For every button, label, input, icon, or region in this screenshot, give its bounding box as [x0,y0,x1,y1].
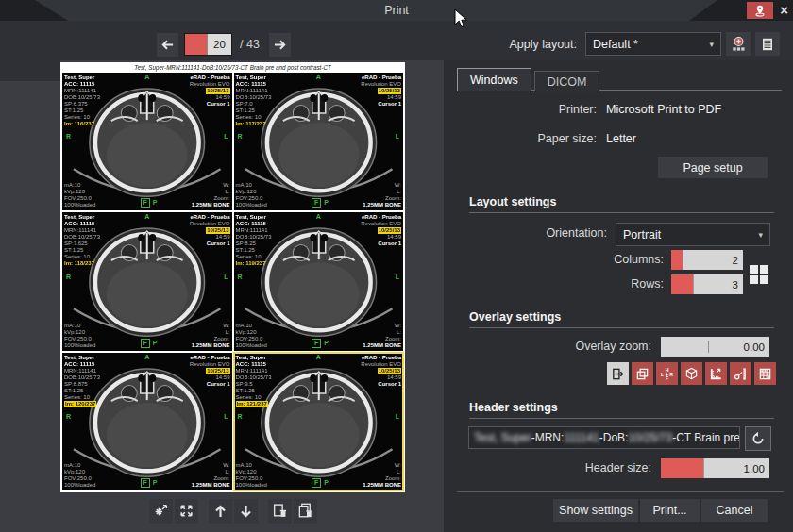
rows-spinner-fill[interactable] [671,274,694,294]
grid-overlay-toggle-button[interactable] [754,362,776,385]
title-bar: Print × [0,0,793,21]
annotations-toggle-button[interactable] [632,362,653,385]
orientation-fp-marker: F P [141,478,158,488]
orientation-f-marker: F [312,339,321,348]
expand-icon [178,503,194,519]
previous-page-button[interactable] [157,33,178,57]
preview-cell[interactable]: Test, Super ACC: 11115 MRN:111141 DOB:10… [234,353,404,490]
paper-size-value: Letter [606,132,636,145]
overlay-fov: FOV:250.0 [64,336,95,342]
overlay-accession: ACC: 11115 [236,221,272,227]
preview-page[interactable]: Test, Super-MRN:111141-DoB:10/25/73-CT B… [60,62,405,492]
preview-cell[interactable]: Test, Super ACC: 11115 MRN:111141 DOB:10… [234,212,404,350]
overlay-kvp: kVp:120 [236,469,267,475]
overlay-bottom-left: mA:10 kVp:120 FOV:250.0 100%loaded [64,182,95,208]
orientation-fp-marker: F P [312,198,329,208]
overlay-bottom-left: mA:10 kVp:120 FOV:250.0 100%loaded [236,462,267,489]
overlay-ma: mA:10 [64,462,95,469]
delete-all-pages-button[interactable] [294,499,317,524]
delete-page-button[interactable] [268,499,292,524]
header-size-spinner[interactable]: 1.00 [661,458,769,478]
overlay-loaded: 100%loaded [64,342,95,349]
overlay-facility: eRAD - Prueba [190,355,230,361]
move-page-down-button[interactable] [234,499,258,524]
overlay-mrn: MRN:111141 [64,368,100,374]
layout-settings-title: Layout settings [469,195,556,208]
overlay-preset: 1.25MM BONE [192,342,230,349]
page-setup-button[interactable]: Page setup [658,157,768,178]
rows-spinner[interactable]: 3 [671,274,743,294]
preview-cell[interactable]: Test, Super ACC: 11115 MRN:111141 DOB:10… [234,73,404,210]
overlay-bottom-right: W: L: Zoom: 1.25MM BONE [363,462,401,489]
header-size-spinner-fill[interactable] [661,458,704,478]
measurements-toggle-button[interactable] [730,362,751,385]
next-page-button[interactable] [269,33,291,57]
print-button[interactable]: Print... [640,499,700,522]
overlay-loaded: 100%loaded [64,202,95,208]
preview-cell[interactable]: Test, Super ACC: 11115 MRN:111141 DOB:10… [62,212,232,350]
overlay-slice-position: SP:8.25 [236,241,272,247]
overlay-cursor: Cursor 1 [361,381,401,388]
orientation-f-marker: F [141,478,150,488]
overlay-level: L: [192,189,230,195]
overlay-study-time: 14:59 [190,374,230,381]
preview-cell[interactable]: Test, Super ACC: 11115 MRN:111141 DOB:10… [62,353,232,490]
overlay-study-date: 10/25/13 [206,368,229,374]
overlay-study-date: 10/25/13 [378,368,401,374]
orientation-p-marker: P [153,340,158,347]
overlay-level: L: [363,329,401,336]
orientation-select[interactable]: Portrait ▾ [616,223,770,246]
overlay-visibility-toggle-button[interactable] [607,362,629,385]
overlay-ma: mA:10 [236,182,267,189]
columns-spinner[interactable]: 2 [671,250,743,270]
apply-layout-label: Apply layout: [509,38,577,51]
close-button[interactable]: × [780,2,788,19]
overlay-study-date: 10/25/13 [378,88,401,94]
cancel-button[interactable]: Cancel [701,499,768,522]
overlay-slice-position: SP:8.875 [64,381,100,388]
arrow-right-icon [273,39,287,51]
overlay-image-number: Im: 119/237 [236,260,266,266]
close-icon: × [780,2,788,18]
preview-toolbar [149,498,317,524]
columns-spinner-fill[interactable] [671,250,683,270]
orientation-letters-toggle-button[interactable]: H F L R [656,362,678,385]
overlay-zoom-spinner[interactable]: 0.00 [661,337,769,357]
orientation-l-marker: L [224,274,228,281]
pages-trash-icon [297,503,313,519]
overlay-zoom-label: Zoom: [363,195,401,202]
page-number-spinner[interactable]: 20 [184,33,232,56]
page-spinner-drag[interactable] [185,34,208,55]
overlay-window: W: [192,323,230,329]
preview-grid: Test, Super ACC: 11115 MRN:111141 DOB:10… [62,73,403,490]
tab-dicom[interactable]: DICOM [534,71,600,91]
overlay-mrn: MRN:111141 [236,368,272,374]
tab-windows[interactable]: Windows [457,68,531,91]
overlay-slice-position: SP:6.375 [64,101,100,108]
burn-in-annotations-button[interactable] [149,499,173,524]
header-field-part: -CT Brain pre [672,431,740,444]
overlay-mrn: MRN:111141 [236,88,272,94]
overlay-bottom-right: W: L: Zoom: 1.25MM BONE [363,182,401,208]
fit-to-window-button[interactable] [175,499,198,524]
save-layout-button[interactable] [726,32,751,56]
overlay-accession: ACC: 11115 [236,361,272,368]
move-page-up-button[interactable] [209,499,232,524]
header-reset-button[interactable] [745,426,771,451]
ruler-toggle-button[interactable] [705,362,727,385]
orientation-cube-toggle-button[interactable] [681,362,702,385]
orientation-r-marker: R [238,133,243,141]
overlay-settings-title: Overlay settings [469,310,561,324]
overlay-level: L: [363,469,401,475]
preview-cell[interactable]: Test, Super ACC: 11115 MRN:111141 DOB:10… [62,73,232,210]
overlay-series: Series: 10 [64,394,100,401]
show-settings-button[interactable]: Show settings [553,499,638,522]
header-text-field[interactable]: Test, Super-MRN:111141-DoB:10/25/73-CT B… [468,426,740,449]
layout-list-button[interactable] [755,32,780,56]
layout-grid-picker-button[interactable] [749,264,769,285]
overlay-top-right: eRAD - Prueba Revolution EVO 10/25/13 14… [361,214,401,247]
apply-layout-select[interactable]: Default * ▾ [585,32,721,56]
pin-window-button[interactable] [747,2,773,19]
overlay-top-left: Test, Super ACC: 11115 MRN:111141 DOB:10… [236,355,272,407]
apply-layout-row: Apply layout: Default * ▾ [509,32,780,56]
